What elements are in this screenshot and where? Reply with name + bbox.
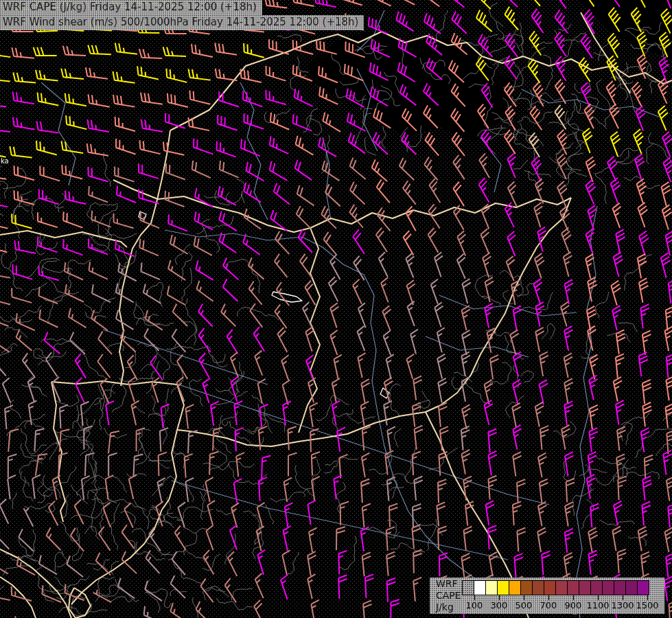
cape-tick-1500 (647, 595, 648, 600)
cape-color-cell-4 (509, 580, 521, 595)
cape-tick-1100 (598, 595, 599, 600)
map-edge-label: ka (1, 158, 9, 165)
cape-tick-500 (524, 595, 524, 600)
cape-color-cell-13 (614, 580, 626, 595)
cape-legend: WRF CAPE J/kg 10030050070090011001300150… (430, 577, 664, 614)
cape-color-cell-1 (474, 580, 486, 595)
cape-color-cell-9 (567, 580, 579, 595)
title-cape: WRF CAPE (J/kg) Friday 14-11-2025 12:00 … (0, 0, 262, 15)
cape-color-cell-14 (625, 580, 638, 595)
weather-map-canvas (0, 0, 672, 618)
cape-color-cell-12 (602, 580, 614, 595)
cape-color-cell-3 (497, 580, 509, 595)
cape-tick-label: 1500 (632, 600, 662, 610)
cape-legend-labels: WRF CAPE J/kg (436, 578, 461, 613)
cape-tick-700 (548, 595, 549, 600)
cape-color-cell-11 (590, 580, 603, 595)
cape-tick-1300 (623, 595, 623, 600)
legend-label-unit: J/kg (436, 602, 461, 613)
cape-color-cell-6 (532, 580, 544, 595)
cape-tick-900 (573, 595, 574, 600)
cape-color-cell-8 (555, 580, 568, 595)
cape-color-cell-0 (462, 580, 474, 595)
cape-tick-100 (474, 595, 475, 600)
cape-color-cell-10 (579, 580, 591, 595)
title-wind-shear: WRF Wind shear (m/s) 500/1000hPa Friday … (0, 15, 364, 30)
cape-color-cell-15 (637, 580, 649, 595)
cape-colorbar (462, 580, 649, 595)
cape-tick-300 (499, 595, 500, 600)
cape-color-cell-5 (520, 580, 533, 595)
cape-color-cell-7 (544, 580, 556, 595)
cape-color-cell-2 (485, 580, 498, 595)
legend-label-cape: CAPE (436, 590, 461, 602)
legend-label-wrf: WRF (436, 578, 461, 590)
